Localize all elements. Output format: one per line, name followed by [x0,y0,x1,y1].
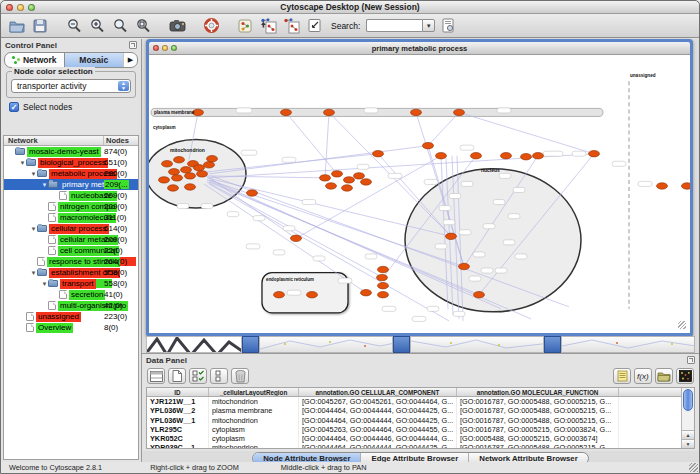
tree-header[interactable]: Network Nodes [4,136,138,146]
table-row[interactable]: YKR052Ccytoplasm[GO:0044464, GO:0044446,… [147,434,681,443]
network-window-titlebar[interactable]: primary metabolic process [149,42,690,55]
zoom-selected-button[interactable] [133,16,153,35]
new-attribute-button[interactable] [168,368,186,384]
graph-node[interactable] [521,154,532,160]
link-document-button[interactable] [438,16,458,35]
graph-node[interactable] [291,235,302,241]
save-button[interactable] [30,16,50,35]
graph-node[interactable] [197,171,208,177]
graph-node[interactable] [446,233,457,239]
graph-node[interactable] [411,109,422,115]
minimized-window-strip[interactable] [410,336,544,353]
attribute-table-button[interactable] [147,368,165,384]
expand-arrow-icon[interactable]: ▼ [19,160,26,166]
graph-node[interactable] [207,156,218,162]
formula-builder-button[interactable]: f(x) [634,368,652,384]
graph-node[interactable] [373,150,384,156]
expand-arrow-icon[interactable]: ▼ [30,171,37,177]
search-input[interactable] [366,19,422,32]
graph-node[interactable] [436,153,447,159]
graph-node[interactable] [354,173,365,179]
minimized-window-strip[interactable] [259,336,393,353]
close-window-button[interactable] [6,4,13,11]
graph-node[interactable] [204,162,215,168]
graph-node[interactable] [174,157,185,163]
vizmapper-button[interactable] [235,16,255,35]
graph-node[interactable] [361,289,372,295]
graph-node[interactable] [169,169,180,175]
tree-row-metabolic-process[interactable]: ▼metabolic process280(0) [4,168,138,179]
minimized-window-edge[interactable] [242,336,259,353]
graph-node[interactable] [474,292,485,298]
expand-arrow-icon[interactable]: ▼ [30,226,37,232]
tree-row-transport[interactable]: ▼transport558(0) [4,278,138,289]
resize-grip[interactable] [689,463,698,472]
graph-node[interactable] [459,263,470,269]
graph-node[interactable] [378,266,389,272]
table-row[interactable]: YLR295Ccytoplasm[GO:0045263, GO:0044464,… [147,425,681,434]
minimized-window-edge[interactable] [544,336,561,353]
select-attributes-button[interactable] [189,368,207,384]
graph-node[interactable] [377,274,388,280]
graph-node[interactable] [454,109,465,115]
expand-arrow-icon[interactable]: ▼ [30,270,37,276]
graph-node[interactable] [682,183,691,189]
tab-network[interactable]: Network [5,53,64,67]
unselect-attributes-button[interactable] [210,368,228,384]
new-network-button[interactable] [281,16,301,35]
table-row[interactable]: YDR039C__1mitochondrion[GO:0044464, GO:0… [147,443,681,448]
graph-node[interactable] [162,161,173,167]
new-network-selection-button[interactable] [258,16,278,35]
window-resize-grip[interactable] [678,321,686,329]
table-row[interactable]: YPL036W__2plasma membrane[GO:0044464, GO… [147,406,681,415]
minimized-window-edge[interactable] [393,336,410,353]
scroll-down-button[interactable]: ▼ [682,439,694,448]
minimize-window-button[interactable] [17,4,24,11]
tree-row-nucleobase-[interactable]: nucleobase-209(0) [4,190,138,201]
tree-row-multi-organism-pro[interactable]: multi-organism pro42(0) [4,300,138,311]
zoom-window-button[interactable] [28,4,35,11]
background-network-fragment[interactable] [146,336,242,353]
tree-row-unassigned[interactable]: unassigned223(0) [4,311,138,322]
zoom-out-button[interactable] [64,16,84,35]
snapshot-button[interactable] [167,16,187,35]
tree-row-cell-communicat[interactable]: cell communicat22(0) [4,245,138,256]
scroll-up-button[interactable]: ▲ [682,430,694,439]
tab-mosaic[interactable]: Mosaic [64,53,124,67]
graph-node[interactable] [172,175,183,181]
graph-edge[interactable] [459,112,594,153]
delete-attribute-button[interactable] [231,368,249,384]
tree-row-primary-metabo[interactable]: ▼primary metabo209(... [4,179,138,190]
tree-row-cellular-process[interactable]: ▼cellular process614(0) [4,223,138,234]
tree-row-cellular-metabol[interactable]: cellular metabol209(0) [4,234,138,245]
annotation-button[interactable] [304,16,324,35]
node-color-select[interactable]: transporter activity ▲▼ [11,79,131,93]
graph-node[interactable] [344,177,355,183]
graph-node[interactable] [185,173,196,179]
tree-row-nitrogen-compo[interactable]: nitrogen compo209(0) [4,201,138,212]
tree-row-macromolecule[interactable]: macromolecule311(0) [4,212,138,223]
graph-node[interactable] [168,185,179,191]
network-canvas[interactable]: plasma membranecytoplasmmitochondrionnuc… [149,55,690,333]
import-attributes-button[interactable] [655,368,673,384]
table-row[interactable]: YJR121W__1mitochondrion[GO:0045267, GO:0… [147,397,681,406]
attribute-table-header[interactable]: ID _cellularLayoutRegion annotation.GO C… [147,388,681,397]
graph-edge[interactable] [204,174,296,238]
graph-node[interactable] [361,179,372,185]
graph-node[interactable] [501,153,512,159]
tree-row-secretion[interactable]: secretion41(0) [4,289,138,300]
graph-node[interactable] [326,183,337,189]
open-file-button[interactable] [7,16,27,35]
graph-node[interactable] [181,167,192,173]
net-zoom-button[interactable] [171,45,177,51]
tree-row-response-to-stimulu[interactable]: response to stimulu264(0) [4,256,138,267]
attribute-list-button[interactable] [613,368,631,384]
tree-row-establishment-of-lo[interactable]: ▼establishment of lo558(0) [4,267,138,278]
float-panel-icon[interactable] [687,356,695,364]
net-minimize-button[interactable] [162,45,168,51]
graph-node[interactable] [307,292,318,298]
float-panel-icon[interactable] [129,41,137,49]
select-nodes-checkbox[interactable]: ✓ [9,102,19,112]
graph-node[interactable] [423,142,434,148]
graph-node[interactable] [247,190,258,196]
